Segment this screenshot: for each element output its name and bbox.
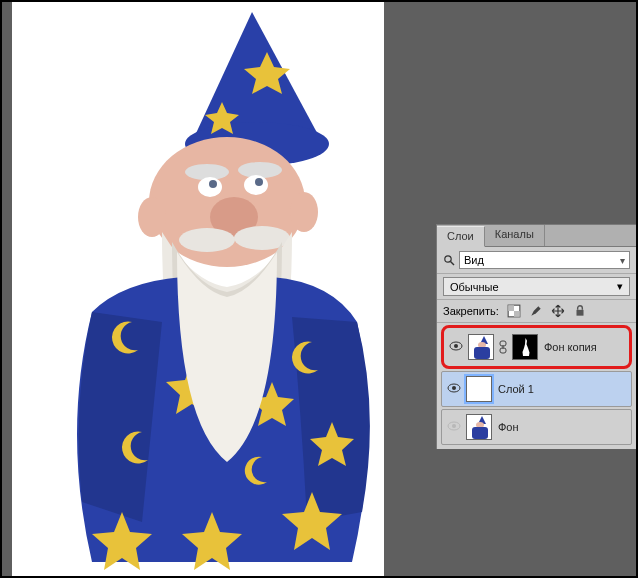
layer-mask-thumbnail[interactable] (512, 334, 538, 360)
svg-point-6 (290, 192, 318, 232)
lock-pixels-icon[interactable] (507, 304, 521, 318)
layer-thumbnail[interactable] (466, 414, 492, 440)
blend-mode-select[interactable]: Обычные ▾ (443, 277, 630, 296)
filter-type-select[interactable]: Вид ▾ (459, 251, 630, 269)
layer-row[interactable]: Фон (441, 409, 632, 445)
svg-rect-26 (514, 311, 520, 317)
panel-tabs: Слои Каналы (437, 225, 636, 247)
layers-panel: Слои Каналы Вид ▾ Обычные ▾ Закрепить: (436, 224, 636, 449)
chevron-down-icon: ▾ (617, 280, 623, 293)
link-mask-icon[interactable] (498, 340, 508, 354)
layer-filter-row: Вид ▾ (437, 247, 636, 273)
chevron-down-icon: ▾ (620, 255, 625, 266)
lock-row: Закрепить: (437, 299, 636, 323)
svg-rect-25 (508, 305, 514, 311)
lock-label: Закрепить: (443, 305, 499, 317)
layer-thumbnail[interactable] (468, 334, 494, 360)
layer-name[interactable]: Фон копия (542, 341, 625, 353)
svg-point-11 (209, 180, 217, 188)
document-canvas[interactable] (12, 2, 384, 578)
layer-row-highlighted[interactable]: Фон копия (441, 325, 632, 369)
layer-name[interactable]: Фон (496, 421, 627, 433)
layer-row[interactable]: Слой 1 (441, 371, 632, 407)
tab-channels[interactable]: Каналы (485, 225, 545, 246)
lock-all-icon[interactable] (573, 304, 587, 318)
wizard-image (12, 2, 384, 578)
visibility-toggle[interactable] (448, 338, 464, 356)
svg-point-14 (179, 228, 235, 252)
filter-type-value: Вид (464, 254, 484, 266)
svg-point-5 (138, 197, 166, 237)
svg-point-34 (452, 386, 456, 390)
blend-mode-value: Обычные (450, 281, 499, 293)
svg-point-22 (445, 256, 451, 262)
lock-position-icon[interactable] (551, 304, 565, 318)
svg-point-36 (452, 424, 456, 428)
svg-line-23 (451, 262, 455, 266)
svg-point-10 (244, 175, 268, 195)
layer-name[interactable]: Слой 1 (496, 383, 627, 395)
visibility-toggle[interactable] (446, 380, 462, 398)
layers-list: Фон копия Слой 1 Фон (437, 323, 636, 449)
svg-rect-27 (576, 310, 583, 316)
search-icon (443, 254, 455, 266)
lock-brush-icon[interactable] (529, 304, 543, 318)
svg-point-12 (255, 178, 263, 186)
visibility-toggle[interactable] (446, 418, 462, 436)
svg-point-29 (454, 344, 458, 348)
blend-mode-row: Обычные ▾ (437, 273, 636, 299)
tab-layers[interactable]: Слои (437, 226, 485, 247)
layer-thumbnail[interactable] (466, 376, 492, 402)
svg-point-9 (198, 177, 222, 197)
